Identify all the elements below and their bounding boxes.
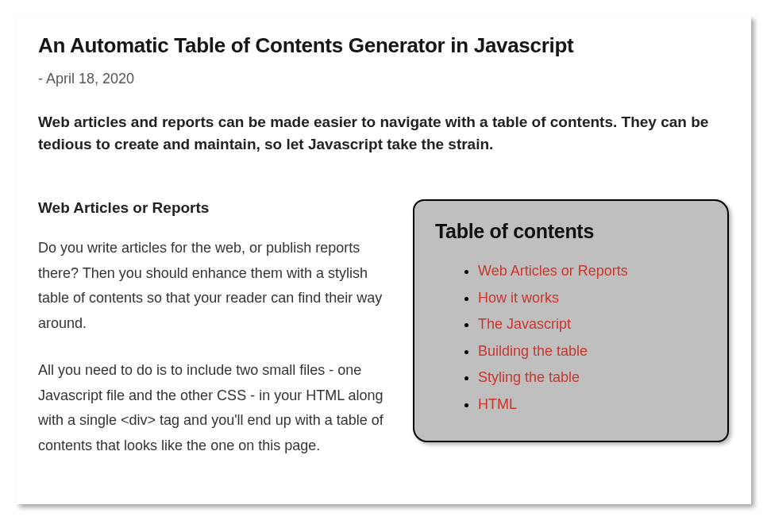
toc-item: The Javascript — [478, 312, 707, 337]
toc-title: Table of contents — [435, 220, 707, 243]
toc-list: Web Articles or Reports How it works The… — [435, 259, 707, 417]
article-body: Web Articles or Reports Do you write art… — [38, 199, 394, 480]
toc-item: Web Articles or Reports — [478, 259, 707, 284]
table-of-contents: Table of contents Web Articles or Report… — [413, 199, 729, 442]
article-paragraph: All you need to do is to include two sma… — [38, 358, 394, 458]
content-row: Web Articles or Reports Do you write art… — [38, 199, 729, 480]
toc-item: HTML — [478, 392, 707, 418]
article-lead: Web articles and reports can be made eas… — [38, 111, 729, 155]
toc-link[interactable]: Building the table — [478, 343, 588, 359]
toc-link[interactable]: The Javascript — [478, 316, 571, 332]
article-page: An Automatic Table of Contents Generator… — [16, 16, 751, 504]
toc-link[interactable]: How it works — [478, 290, 559, 306]
toc-item: Building the table — [478, 339, 707, 364]
article-paragraph: Do you write articles for the web, or pu… — [38, 236, 394, 336]
article-date: - April 18, 2020 — [38, 71, 729, 87]
section-heading: Web Articles or Reports — [38, 199, 394, 217]
toc-link[interactable]: Styling the table — [478, 369, 580, 385]
toc-item: Styling the table — [478, 365, 707, 391]
toc-item: How it works — [478, 286, 707, 311]
toc-link[interactable]: Web Articles or Reports — [478, 263, 628, 279]
article-title: An Automatic Table of Contents Generator… — [38, 33, 729, 58]
toc-link[interactable]: HTML — [478, 396, 517, 412]
